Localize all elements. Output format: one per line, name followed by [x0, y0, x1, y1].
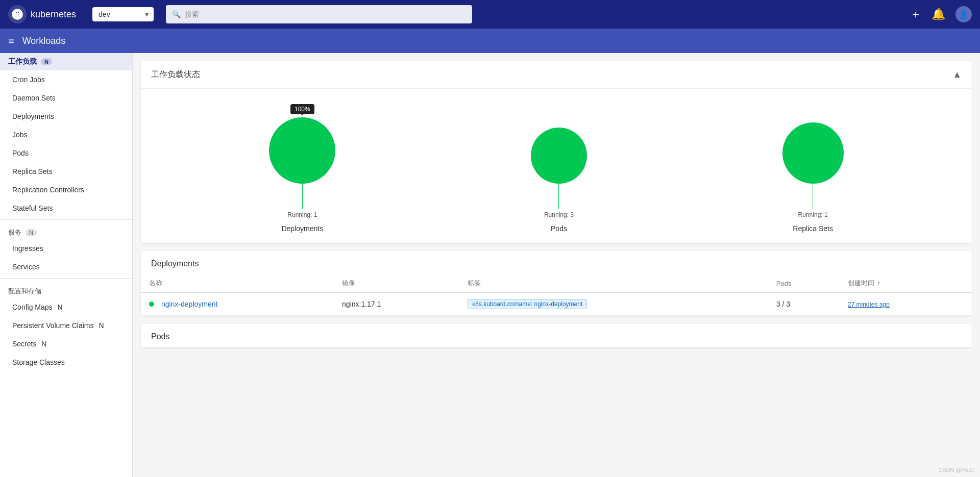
- search-input[interactable]: [185, 10, 466, 18]
- search-icon: 🔍: [172, 10, 181, 18]
- notification-bell-icon[interactable]: 🔔: [932, 8, 945, 21]
- replica-sets-line: [813, 184, 813, 209]
- kubernetes-logo-icon: [8, 5, 27, 23]
- sidebar-item-config-maps[interactable]: Config Maps N: [0, 298, 132, 316]
- namespace-select[interactable]: dev: [92, 7, 154, 21]
- sidebar-item-cron-jobs[interactable]: Cron Jobs: [0, 70, 132, 89]
- deployment-image-cell: nginx:1.17.1: [334, 292, 459, 316]
- table-row: nginx-deployment nginx:1.17.1 k8s.kuboar…: [141, 292, 972, 316]
- top-navbar: kubernetes dev ▾ 🔍 ＋ 🔔 👤: [0, 0, 980, 29]
- collapse-button[interactable]: ▲: [952, 69, 962, 80]
- user-avatar[interactable]: 👤: [955, 6, 972, 22]
- sub-header-title: Workloads: [22, 36, 66, 46]
- deployment-pods-cell: 3 / 3: [768, 292, 840, 316]
- nav-actions: ＋ 🔔 👤: [910, 6, 972, 22]
- sidebar-item-replication-controllers[interactable]: Replication Controllers: [0, 181, 132, 199]
- sidebar-divider-2: [0, 278, 132, 279]
- deployment-tag-chip: k8s.kuboard.cn/name: nginx-deployment: [468, 299, 587, 309]
- th-pods: Pods: [768, 274, 840, 292]
- pods-line: [558, 184, 559, 209]
- replica-sets-chart-name: Replica Sets: [793, 224, 833, 233]
- workload-status-title: 工作负载状态: [151, 69, 200, 80]
- sidebar-item-jobs[interactable]: Jobs: [0, 125, 132, 144]
- sidebar: 工作负载 N Cron Jobs Daemon Sets Deployments…: [0, 53, 133, 477]
- sidebar-services-badge: N: [26, 229, 37, 236]
- app-title: kubernetes: [31, 9, 76, 20]
- pods-circle: [531, 128, 587, 184]
- sidebar-item-pvc[interactable]: Persistent Volume Claims N: [0, 316, 132, 335]
- sidebar-item-services[interactable]: Services: [0, 258, 132, 276]
- deployments-table-title: Deployments: [141, 251, 972, 274]
- pods-chart-name: Pods: [551, 224, 567, 233]
- add-button[interactable]: ＋: [910, 7, 921, 22]
- deployment-time-cell: 27 minutes ago: [840, 292, 972, 316]
- deployments-table-container: Deployments 名称 镜像 标签: [141, 251, 972, 316]
- sidebar-workloads-badge: N: [41, 58, 52, 65]
- replica-sets-circle: [782, 122, 844, 184]
- sidebar-item-ingresses[interactable]: Ingresses: [0, 239, 132, 258]
- sidebar-item-storage-classes[interactable]: Storage Classes: [0, 353, 132, 371]
- deployments-running-label: Running: 1: [287, 211, 317, 218]
- replica-sets-running-label: Running: 1: [798, 211, 828, 218]
- deployments-table-header-row: 名称 镜像 标签 Pods 创建: [141, 274, 972, 292]
- th-tags: 标签: [459, 274, 768, 292]
- brand-logo: kubernetes: [8, 5, 76, 23]
- search-bar: 🔍: [166, 5, 472, 23]
- pods-section-title: Pods: [141, 324, 972, 347]
- sidebar-item-stateful-sets[interactable]: Stateful Sets: [0, 199, 132, 217]
- sidebar-section-services: 服务 N: [0, 222, 132, 239]
- sidebar-divider-1: [0, 219, 132, 220]
- replica-sets-circle-wrapper: Running: 1: [782, 122, 844, 218]
- sidebar-item-replica-sets[interactable]: Replica Sets: [0, 162, 132, 181]
- th-name: 名称: [141, 274, 334, 292]
- chart-item-pods: Running: 3 Pods: [531, 128, 587, 233]
- workload-status-card: 工作负载状态 ▲ 100% Running: 1: [141, 61, 972, 243]
- deployments-table: 名称 镜像 标签 Pods 创建: [141, 274, 972, 316]
- pods-circle-wrapper: Running: 3: [531, 128, 587, 218]
- deployments-line: [302, 184, 303, 209]
- sidebar-item-deployments[interactable]: Deployments: [0, 107, 132, 125]
- th-image: 镜像: [334, 274, 459, 292]
- chart-item-deployments: 100% Running: 1 Deployments: [269, 104, 335, 233]
- deployment-name-cell: nginx-deployment: [141, 292, 334, 316]
- deployment-created-at[interactable]: 27 minutes ago: [848, 301, 890, 308]
- sidebar-section-config: 配置和存储: [0, 281, 132, 298]
- chart-item-replica-sets: Running: 1 Replica Sets: [782, 122, 844, 233]
- sidebar-section-workloads[interactable]: 工作负载 N: [0, 53, 132, 70]
- status-dot: [149, 302, 154, 307]
- deployment-tag-cell: k8s.kuboard.cn/name: nginx-deployment: [459, 292, 768, 316]
- sidebar-workloads-label: 工作负载: [8, 57, 37, 66]
- hamburger-menu-button[interactable]: ≡: [8, 35, 14, 47]
- sort-icon: ↑: [877, 280, 880, 287]
- main-layout: 工作负载 N Cron Jobs Daemon Sets Deployments…: [0, 53, 980, 477]
- deployments-circle: [269, 117, 335, 184]
- deployments-card: Deployments 名称 镜像 标签: [141, 251, 972, 316]
- sidebar-item-pods[interactable]: Pods: [0, 144, 132, 162]
- deployments-tooltip: 100%: [290, 104, 314, 114]
- workload-status-header: 工作负载状态 ▲: [141, 61, 972, 89]
- deployment-name-link[interactable]: nginx-deployment: [161, 300, 218, 308]
- sidebar-config-label: 配置和存储: [8, 287, 41, 296]
- pods-running-label: Running: 3: [544, 211, 574, 218]
- deployments-chart-name: Deployments: [281, 224, 323, 233]
- namespace-selector-wrapper[interactable]: dev ▾: [84, 7, 154, 21]
- main-content: 工作负载状态 ▲ 100% Running: 1: [133, 53, 980, 477]
- deployments-circle-wrapper: 100% Running: 1: [269, 104, 335, 218]
- watermark: CSDN @PoJJ: [938, 467, 974, 473]
- th-created-at: 创建时间 ↑: [840, 274, 972, 292]
- sub-header: ≡ Workloads: [0, 29, 980, 53]
- sidebar-item-secrets[interactable]: Secrets N: [0, 335, 132, 353]
- sidebar-services-label: 服务: [8, 228, 21, 237]
- sidebar-item-daemon-sets[interactable]: Daemon Sets: [0, 89, 132, 107]
- chart-area: 100% Running: 1 Deployments: [141, 89, 972, 243]
